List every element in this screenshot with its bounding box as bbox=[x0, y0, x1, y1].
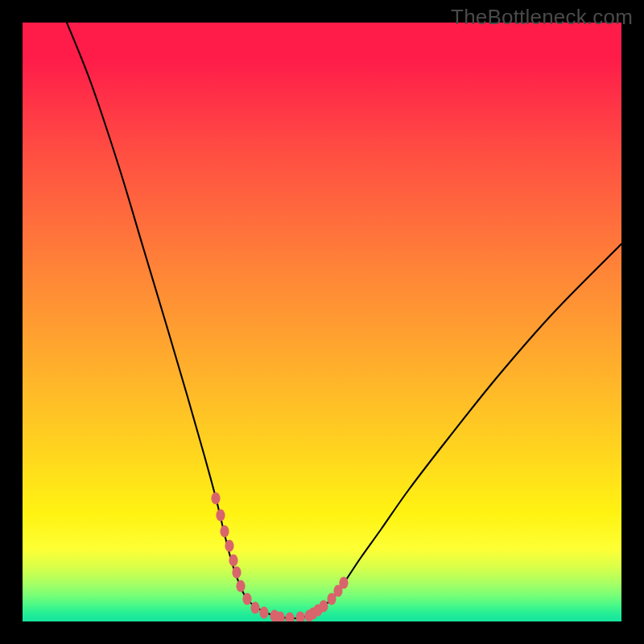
bump-dot bbox=[295, 611, 304, 621]
bump-dot bbox=[285, 612, 294, 621]
bump-dot bbox=[225, 539, 233, 551]
bump-dot bbox=[242, 592, 251, 605]
bump-dot bbox=[259, 606, 268, 618]
bump-dot bbox=[229, 554, 237, 566]
bump-dot bbox=[250, 601, 259, 613]
chart-frame: TheBottleneck.com bbox=[0, 0, 644, 644]
bump-dot bbox=[232, 566, 241, 578]
bump-dot bbox=[211, 492, 220, 504]
bump-dot bbox=[216, 509, 225, 521]
bump-dot bbox=[339, 576, 348, 588]
plot-area bbox=[23, 23, 621, 621]
bumps-plateau bbox=[275, 609, 313, 621]
bumps-left bbox=[211, 492, 279, 621]
bumps-layer bbox=[23, 23, 621, 621]
bump-dot bbox=[236, 580, 245, 592]
bumps-right bbox=[308, 576, 348, 619]
bump-dot bbox=[319, 600, 328, 612]
watermark-text: TheBottleneck.com bbox=[451, 5, 633, 30]
bump-dot bbox=[220, 525, 229, 537]
